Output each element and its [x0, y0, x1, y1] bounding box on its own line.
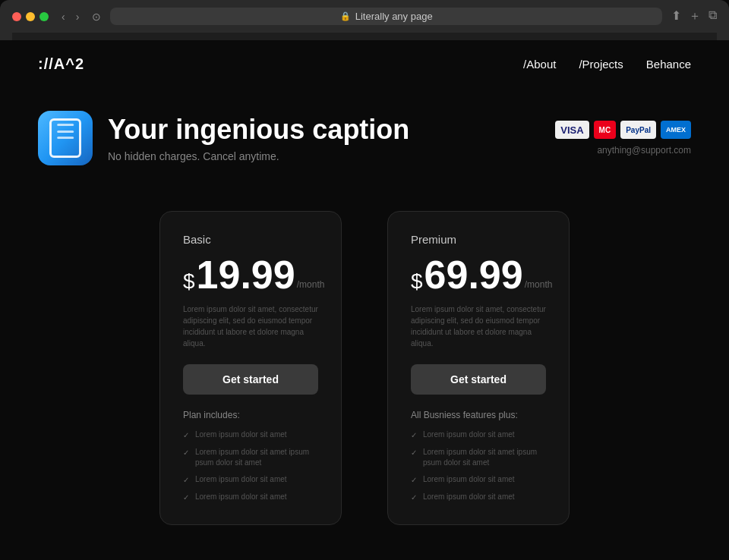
lock-icon: 🔒	[340, 11, 351, 21]
premium-feature-1: ✓ Lorem ipsum dolor sit amet	[411, 429, 546, 441]
payment-icons: VISA MC PayPal AMEX	[555, 121, 691, 139]
basic-feature-4-text: Lorem ipsum dolor sit amet	[195, 492, 287, 502]
basic-feature-2: ✓ Lorem ipsum dolor sit amet ipsum psum …	[183, 447, 318, 468]
nav-projects[interactable]: /Projects	[579, 58, 623, 71]
amex-icon: AMEX	[661, 121, 691, 139]
page: ://A^2 /About /Projects Behance Your ing…	[0, 40, 729, 556]
basic-feature-4: ✓ Lorem ipsum dolor sit amet	[183, 492, 318, 503]
check-icon: ✓	[183, 492, 189, 503]
shield-icon: ⊙	[92, 11, 101, 23]
hero-section: Your ingenious caption No hidden charges…	[0, 88, 729, 196]
forward-button[interactable]: ›	[72, 9, 84, 24]
premium-feature-4: ✓ Lorem ipsum dolor sit amet	[411, 492, 546, 503]
premium-cta-button[interactable]: Get started	[411, 364, 546, 395]
premium-feature-list: ✓ Lorem ipsum dolor sit amet ✓ Lorem ips…	[411, 429, 546, 503]
premium-includes-label: All Busniess features plus:	[411, 410, 546, 420]
premium-feature-1-text: Lorem ipsum dolor sit amet	[423, 429, 515, 440]
premium-period: /month	[525, 279, 553, 290]
basic-includes-label: Plan includes:	[183, 410, 318, 420]
basic-feature-3: ✓ Lorem ipsum dolor sit amet	[183, 474, 318, 486]
hero-left: Your ingenious caption No hidden charges…	[38, 111, 409, 165]
basic-feature-list: ✓ Lorem ipsum dolor sit amet ✓ Lorem ips…	[183, 429, 318, 503]
premium-plan-name: Premium	[411, 233, 546, 246]
address-text: Literally any page	[355, 11, 433, 22]
basic-price: 19.99	[197, 255, 295, 294]
support-email: anything@support.com	[555, 145, 691, 156]
premium-feature-4-text: Lorem ipsum dolor sit amet	[423, 492, 515, 502]
basic-plan-card: Basic $ 19.99 /month Lorem ipsum dolor s…	[159, 211, 342, 525]
hero-text: Your ingenious caption No hidden charges…	[108, 114, 409, 162]
basic-period: /month	[297, 279, 325, 290]
premium-description: Lorem ipsum dolor sit amet, consectetur …	[411, 304, 546, 349]
nav-arrows: ‹ ›	[58, 9, 83, 24]
close-button[interactable]	[12, 12, 21, 21]
premium-plan-card: Premium $ 69.99 /month Lorem ipsum dolor…	[387, 211, 570, 525]
hero-right: VISA MC PayPal AMEX anything@support.com	[555, 121, 691, 156]
premium-feature-3-text: Lorem ipsum dolor sit amet	[423, 474, 515, 485]
app-icon-inner	[49, 118, 81, 158]
premium-price-row: $ 69.99 /month	[411, 255, 546, 294]
mastercard-icon: MC	[594, 121, 617, 139]
check-icon: ✓	[411, 492, 417, 503]
nav-about[interactable]: /About	[523, 58, 556, 71]
app-icon	[38, 111, 93, 165]
paypal-icon: PayPal	[620, 121, 656, 139]
check-icon: ✓	[183, 475, 189, 486]
maximize-button[interactable]	[39, 12, 49, 21]
pricing-section: Basic $ 19.99 /month Lorem ipsum dolor s…	[0, 196, 729, 555]
basic-feature-1-text: Lorem ipsum dolor sit amet	[195, 429, 287, 440]
nav-links: /About /Projects Behance	[523, 58, 691, 71]
basic-feature-3-text: Lorem ipsum dolor sit amet	[195, 474, 287, 485]
traffic-lights	[12, 12, 49, 21]
hero-title: Your ingenious caption	[108, 114, 409, 146]
nav-behance[interactable]: Behance	[646, 58, 691, 71]
check-icon: ✓	[411, 448, 417, 458]
address-bar[interactable]: 🔒 Literally any page	[110, 8, 662, 25]
premium-feature-2: ✓ Lorem ipsum dolor sit amet ipsum psum …	[411, 447, 546, 468]
basic-plan-name: Basic	[183, 233, 318, 246]
browser-chrome: ‹ › ⊙ 🔒 Literally any page ⬆ ＋ ⧉	[0, 0, 729, 40]
share-icon[interactable]: ⬆	[671, 8, 681, 24]
check-icon: ✓	[183, 430, 189, 441]
logo[interactable]: ://A^2	[38, 55, 84, 73]
browser-tab-bar	[12, 33, 717, 40]
hero-subtitle: No hidden charges. Cancel anytime.	[108, 150, 409, 162]
check-icon: ✓	[411, 430, 417, 441]
basic-price-row: $ 19.99 /month	[183, 255, 318, 294]
check-icon: ✓	[183, 448, 189, 458]
new-tab-icon[interactable]: ＋	[689, 8, 701, 24]
premium-price: 69.99	[424, 255, 523, 294]
basic-feature-1: ✓ Lorem ipsum dolor sit amet	[183, 429, 318, 441]
back-button[interactable]: ‹	[58, 9, 69, 24]
visa-icon: VISA	[555, 121, 589, 139]
basic-dollar: $	[183, 269, 195, 294]
basic-description: Lorem ipsum dolor sit amet, consectetur …	[183, 304, 318, 349]
basic-feature-2-text: Lorem ipsum dolor sit amet ipsum psum do…	[195, 447, 318, 468]
browser-actions: ⬆ ＋ ⧉	[671, 8, 717, 24]
minimize-button[interactable]	[26, 12, 35, 21]
premium-feature-2-text: Lorem ipsum dolor sit amet ipsum psum do…	[423, 447, 546, 468]
premium-dollar: $	[411, 269, 423, 294]
check-icon: ✓	[411, 475, 417, 486]
premium-feature-3: ✓ Lorem ipsum dolor sit amet	[411, 474, 546, 486]
tabs-icon[interactable]: ⧉	[708, 8, 717, 24]
main-nav: ://A^2 /About /Projects Behance	[0, 40, 729, 88]
basic-cta-button[interactable]: Get started	[183, 364, 318, 395]
